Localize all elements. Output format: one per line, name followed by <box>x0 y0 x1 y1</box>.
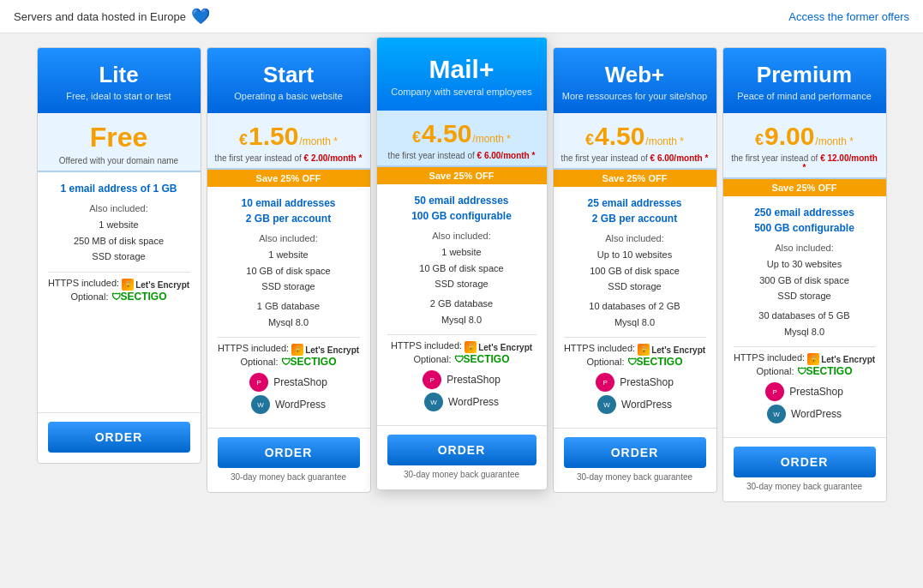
cms-item-start-prestashop: P PrestaShop <box>249 373 327 392</box>
price-orig-premium: € 12.00/month * <box>803 153 878 172</box>
s-icon-webplus: 🛡 <box>627 357 637 367</box>
order-button-webplus[interactable]: ORDER <box>564 437 706 468</box>
price-period-webplus: /month * <box>645 135 684 147</box>
plan-price-section-lite: Free Offered with your domain name <box>38 113 201 172</box>
price-note-webplus: the first year instead of € 6.00/month * <box>560 153 710 163</box>
plan-card-premium: Premium Peace of mind and performance € … <box>722 47 887 502</box>
s-icon-premium: 🛡 <box>797 366 806 376</box>
plan-subtitle-start: Operating a basic website <box>214 91 363 101</box>
order-button-mailplus[interactable]: ORDER <box>387 435 536 465</box>
cms-item-webplus-prestashop: P PrestaShop <box>596 373 674 392</box>
sectigo-text-premium: SECTIGO <box>806 365 853 377</box>
plan-card-lite: Lite Free, ideal to start or test Free O… <box>37 47 201 464</box>
https-included-mailplus: HTTPS included: 🔒 Let's Encrypt <box>387 340 536 353</box>
divider-start <box>218 337 360 338</box>
divider-premium <box>734 346 876 347</box>
plan-footer-mailplus: ORDER 30-day money back guarantee <box>377 425 547 489</box>
le-icon-webplus: 🔒 <box>638 344 650 356</box>
s-icon-mailplus: 🛡 <box>454 354 464 364</box>
optional-sectigo-premium: Optional: 🛡SECTIGO <box>734 365 876 377</box>
plan-footer-webplus: ORDER 30-day money back guarantee <box>554 428 716 492</box>
cms-label-premium-wordpress: WordPress <box>791 408 842 420</box>
emails-highlight-start: 10 email addresses2 GB per account <box>218 195 360 226</box>
price-note-mailplus: the first year instead of € 6.00/month * <box>384 151 540 160</box>
guarantee-text-premium: 30-day money back guarantee <box>734 482 876 491</box>
cms-logo-wordpress-logo: W <box>597 395 616 414</box>
price-orig-start: € 2.00/month * <box>304 153 363 163</box>
plan-footer-lite: ORDER <box>38 412 201 463</box>
cms-item-webplus-wordpress: W WordPress <box>597 395 672 414</box>
plan-features-mailplus: 50 email addresses100 GB configurable Al… <box>377 184 547 425</box>
plan-header-mailplus: Mail+ Company with several employees <box>377 38 547 111</box>
former-offers-link[interactable]: Access the former offers <box>788 10 909 23</box>
order-button-lite[interactable]: ORDER <box>48 422 190 453</box>
hosting-info: Servers and data hosted in Europe 💙 <box>14 7 210 26</box>
guarantee-text-mailplus: 30-day money back guarantee <box>387 470 536 479</box>
https-section-lite: HTTPS included: 🔒 Let's Encrypt Optional… <box>48 278 190 303</box>
https-section-webplus: HTTPS included: 🔒 Let's Encrypt Optional… <box>564 343 706 368</box>
cms-label-mailplus-prestashop: PrestaShop <box>447 374 500 386</box>
lets-encrypt-lite: 🔒 Let's Encrypt <box>122 279 189 291</box>
cms-label-premium-prestashop: PrestaShop <box>789 386 843 398</box>
plan-name-start: Start <box>214 62 363 88</box>
plan-subtitle-mailplus: Company with several employees <box>384 87 540 97</box>
cms-item-premium-wordpress: W WordPress <box>767 405 842 423</box>
cms-logo-prestashop-logo: P <box>765 382 784 401</box>
plan-name-mailplus: Mail+ <box>384 55 540 84</box>
plans-container: Lite Free, ideal to start or test Free O… <box>0 33 923 516</box>
also-included-lite: Also included: <box>48 203 190 213</box>
s-icon-start: 🛡 <box>281 357 291 367</box>
former-offers-link-container: Access the former offers <box>788 9 909 24</box>
https-section-mailplus: HTTPS included: 🔒 Let's Encrypt Optional… <box>387 340 536 365</box>
le-icon-start: 🔒 <box>291 344 303 356</box>
sectigo-text-lite: SECTIGO <box>121 291 167 303</box>
plan-features-webplus: 25 email addresses2 GB per account Also … <box>554 187 716 428</box>
save-badge-mailplus: Save 25% OFF <box>377 167 547 184</box>
cms-logo-wordpress-logo: W <box>767 405 786 423</box>
cms-logo-prestashop-logo: P <box>596 373 614 392</box>
cms-item-start-wordpress: W WordPress <box>251 395 326 414</box>
cms-label-start-prestashop: PrestaShop <box>273 376 327 388</box>
divider-mailplus <box>387 334 536 335</box>
cms-icons-premium: P PrestaShop W WordPress <box>734 382 876 423</box>
plan-features-lite: 1 email address of 1 GB Also included: 1… <box>38 172 201 412</box>
plan-header-start: Start Operating a basic website <box>207 48 370 113</box>
price-currency-webplus: € <box>585 131 594 149</box>
plan-card-mailplus: Mail+ Company with several employees € 4… <box>376 37 548 490</box>
plan-price-section-premium: € 9.00 /month * the first year instead o… <box>723 113 886 179</box>
save-badge-premium: Save 25% OFF <box>723 179 886 196</box>
plan-name-lite: Lite <box>45 62 194 88</box>
plan-price-section-mailplus: € 4.50 /month * the first year instead o… <box>377 111 547 167</box>
https-included-premium: HTTPS included: 🔒 Let's Encrypt <box>734 352 876 365</box>
lets-encrypt-mailplus: 🔒 Let's Encrypt <box>464 341 532 353</box>
price-period-mailplus: /month * <box>472 133 511 145</box>
https-included-start: HTTPS included: 🔒 Let's Encrypt <box>218 343 360 356</box>
cms-logo-wordpress-logo: W <box>251 395 270 414</box>
price-period-start: /month * <box>299 135 338 147</box>
guarantee-text-webplus: 30-day money back guarantee <box>564 472 706 482</box>
order-button-premium[interactable]: ORDER <box>734 447 876 477</box>
plan-footer-start: ORDER 30-day money back guarantee <box>207 428 370 492</box>
price-currency-mailplus: € <box>412 129 421 147</box>
feature-list-lite: 1 website250 MB of disk spaceSSD storage <box>48 217 190 265</box>
divider-webplus <box>564 337 706 338</box>
le-icon-premium: 🔒 <box>807 353 819 365</box>
plan-features-premium: 250 email addresses500 GB configurable A… <box>723 196 886 437</box>
price-note-start: the first year instead of € 2.00/month * <box>214 153 363 163</box>
price-currency-premium: € <box>755 131 764 149</box>
https-included-lite: HTTPS included: 🔒 Let's Encrypt <box>48 278 190 291</box>
price-orig-mailplus: € 6.00/month * <box>477 151 536 160</box>
order-button-start[interactable]: ORDER <box>218 437 360 468</box>
plan-header-lite: Lite Free, ideal to start or test <box>38 48 201 113</box>
cms-item-premium-prestashop: P PrestaShop <box>765 382 843 401</box>
cms-label-webplus-wordpress: WordPress <box>621 399 672 411</box>
price-value-mailplus: 4.50 <box>422 119 471 148</box>
https-section-premium: HTTPS included: 🔒 Let's Encrypt Optional… <box>734 352 876 377</box>
le-icon-mailplus: 🔒 <box>464 341 476 353</box>
feature-list-premium: Up to 30 websites300 GB of disk spaceSSD… <box>734 256 876 339</box>
guarantee-text-start: 30-day money back guarantee <box>218 472 360 482</box>
plan-card-start: Start Operating a basic website € 1.50 /… <box>207 47 371 493</box>
price-value-start: 1.50 <box>249 122 298 151</box>
hosting-text: Servers and data hosted in Europe <box>14 10 186 23</box>
cms-item-mailplus-wordpress: W WordPress <box>424 393 499 411</box>
